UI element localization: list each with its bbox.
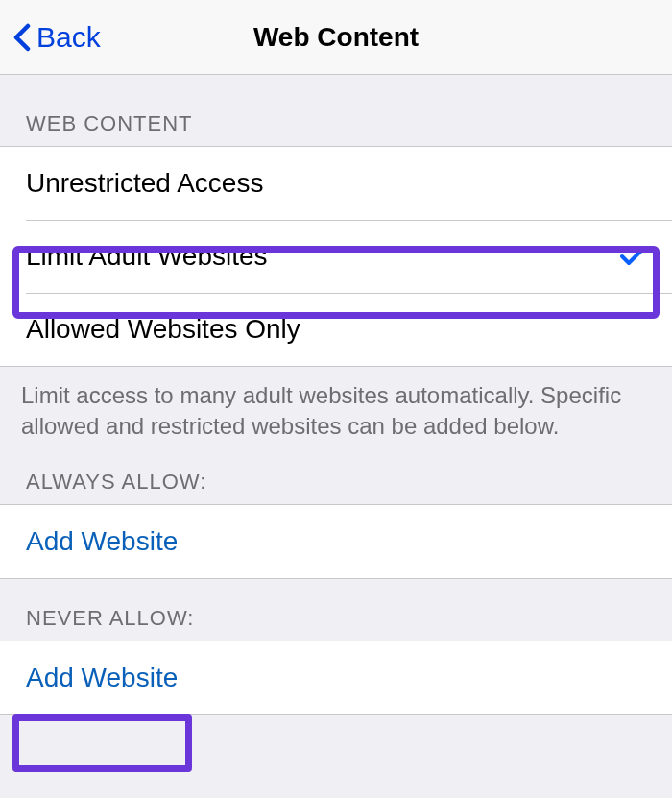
option-allowed-websites-only[interactable]: Allowed Websites Only — [0, 293, 672, 366]
section-header-always-allow: Always Allow: — [0, 443, 672, 504]
add-website-label: Add Website — [26, 663, 178, 692]
section-header-never-allow: Never Allow: — [0, 579, 672, 641]
annotation-highlight — [12, 714, 192, 772]
section-footer-text: Limit access to many adult websites auto… — [0, 367, 672, 443]
navigation-bar: Back Web Content — [0, 0, 672, 75]
option-label: Allowed Websites Only — [26, 314, 300, 345]
back-label: Back — [36, 21, 101, 54]
add-website-never-allow[interactable]: Add Website — [0, 641, 672, 715]
page-title: Web Content — [253, 22, 419, 53]
option-label: Limit Adult Websites — [26, 241, 268, 272]
web-content-options: Unrestricted Access Limit Adult Websites… — [0, 146, 672, 367]
add-website-label: Add Website — [26, 526, 178, 556]
add-website-always-allow[interactable]: Add Website — [0, 504, 672, 579]
chevron-left-icon — [13, 23, 31, 52]
option-unrestricted-access[interactable]: Unrestricted Access — [0, 147, 672, 220]
section-header-web-content: Web Content — [0, 75, 672, 146]
checkmark-icon — [619, 245, 646, 268]
back-button[interactable]: Back — [0, 21, 101, 54]
option-limit-adult-websites[interactable]: Limit Adult Websites — [0, 220, 672, 293]
option-label: Unrestricted Access — [26, 168, 263, 199]
